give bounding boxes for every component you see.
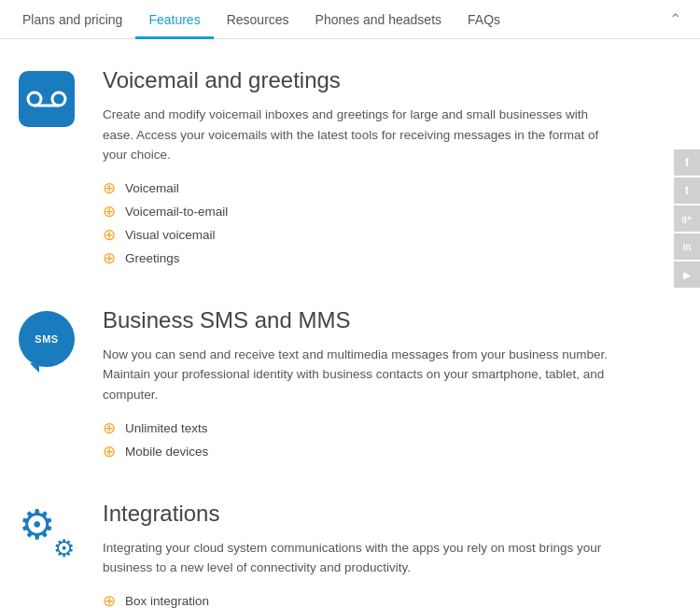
sms-desc: Now you can send and receive text and mu… [103, 345, 616, 405]
list-item: ⊕ Mobile devices [103, 444, 616, 460]
gear-big-icon: ⚙ [19, 504, 55, 545]
sms-title: Business SMS and MMS [103, 307, 616, 333]
nav-label-plans: Plans and pricing [22, 12, 122, 27]
nav-label-resources: Resources [227, 12, 289, 27]
google-plus-icon[interactable]: g+ [674, 205, 700, 232]
bullet-icon: ⊕ [103, 227, 116, 243]
nav-item-resources[interactable]: Resources [214, 0, 302, 39]
voicemail-icon [19, 71, 75, 127]
sms-feature-list: ⊕ Unlimited texts ⊕ Mobile devices [103, 420, 616, 460]
sms-icon: SMS [19, 311, 75, 367]
section-voicemail: Voicemail and greetings Create and modif… [19, 67, 616, 274]
list-item: ⊕ Unlimited texts [103, 420, 616, 436]
integrations-desc: Integrating your cloud system communicat… [103, 538, 616, 578]
bullet-icon: ⊕ [103, 444, 116, 460]
voicemail-title: Voicemail and greetings [103, 67, 616, 93]
integrations-feature-list: ⊕ Box integration ⊕ Desk.com™ integratio… [103, 593, 616, 608]
nav-item-features[interactable]: Features [135, 0, 213, 39]
linkedin-icon[interactable]: in [674, 233, 700, 260]
list-item: ⊕ Voicemail [103, 180, 616, 196]
section-integrations: ⚙ ⚙ Integrations Integrating your cloud … [19, 501, 616, 608]
bullet-icon: ⊕ [103, 250, 116, 266]
sms-icon-label: SMS [35, 333, 58, 345]
youtube-icon[interactable]: ▶ [674, 262, 700, 288]
main-content: Voicemail and greetings Create and modif… [0, 39, 635, 608]
gear-small-icon: ⚙ [53, 536, 75, 560]
nav-chevron-icon[interactable]: ⌃ [660, 10, 691, 28]
sms-icon-container: SMS [19, 311, 84, 367]
nav-label-faqs: FAQs [468, 12, 500, 27]
nav-item-plans[interactable]: Plans and pricing [9, 0, 135, 39]
twitter-icon[interactable]: t [674, 177, 700, 204]
integrations-icon: ⚙ ⚙ [19, 504, 75, 560]
voicemail-feature-list: ⊕ Voicemail ⊕ Voicemail-to-email ⊕ Visua… [103, 180, 616, 266]
voicemail-svg [26, 89, 67, 109]
integrations-title: Integrations [103, 501, 616, 527]
list-item: ⊕ Box integration [103, 593, 616, 608]
voicemail-desc: Create and modify voicemail inboxes and … [103, 105, 616, 165]
svg-point-0 [28, 92, 41, 106]
integrations-body: Integrations Integrating your cloud syst… [103, 501, 616, 608]
nav-label-phones: Phones and headsets [315, 12, 441, 27]
list-item: ⊕ Visual voicemail [103, 227, 616, 243]
nav-item-faqs[interactable]: FAQs [455, 0, 513, 39]
nav-label-features: Features [148, 12, 200, 27]
bullet-icon: ⊕ [103, 420, 116, 436]
svg-point-1 [52, 92, 65, 106]
main-nav: Plans and pricing Features Resources Pho… [0, 0, 700, 39]
list-item: ⊕ Voicemail-to-email [103, 204, 616, 219]
voicemail-body: Voicemail and greetings Create and modif… [103, 67, 616, 274]
nav-item-phones[interactable]: Phones and headsets [302, 0, 455, 39]
sms-body: Business SMS and MMS Now you can send an… [103, 307, 616, 467]
bullet-icon: ⊕ [103, 180, 116, 196]
facebook-icon[interactable]: f [674, 149, 700, 176]
bullet-icon: ⊕ [103, 593, 116, 608]
bullet-icon: ⊕ [103, 204, 116, 219]
integrations-icon-container: ⚙ ⚙ [19, 504, 84, 560]
voicemail-icon-container [19, 71, 84, 127]
list-item: ⊕ Greetings [103, 250, 616, 266]
section-sms: SMS Business SMS and MMS Now you can sen… [19, 307, 616, 467]
social-sidebar: f t g+ in ▶ [674, 149, 700, 288]
